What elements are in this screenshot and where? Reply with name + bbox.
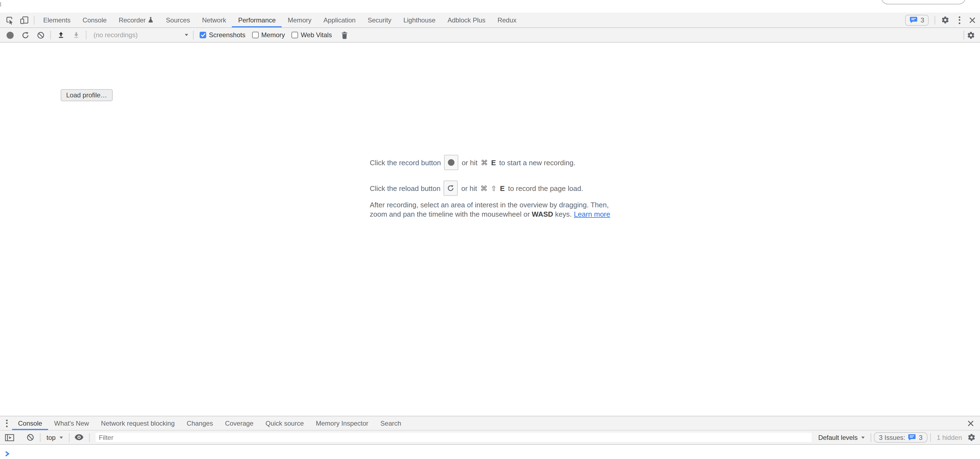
drawer-tab-search[interactable]: Search <box>374 416 407 430</box>
issues-bubble-icon <box>910 16 918 24</box>
tab-label: Performance <box>238 16 275 24</box>
key-e: E <box>500 184 505 192</box>
web-vitals-checkbox[interactable] <box>291 32 298 38</box>
tab-label: Coverage <box>225 419 253 427</box>
recordings-dropdown[interactable]: (no recordings) <box>89 30 190 40</box>
issues-count: 3 <box>921 16 924 24</box>
recordings-dropdown-value: (no recordings) <box>94 31 138 39</box>
learn-more-link[interactable]: Learn more <box>574 210 610 218</box>
wasd-keys: WASD <box>532 210 553 218</box>
levels-value: Default levels <box>818 434 858 441</box>
log-levels-dropdown[interactable]: Default levels <box>818 434 865 441</box>
tab-sources[interactable]: Sources <box>160 13 196 27</box>
checkbox-label: Screenshots <box>209 31 245 39</box>
hidden-messages-count: 1 hidden <box>937 434 962 441</box>
instruction-text: or hit <box>461 158 477 167</box>
device-toolbar-icon[interactable] <box>17 13 31 27</box>
chevron-down-icon <box>861 436 865 438</box>
console-settings-gear-icon[interactable] <box>967 433 975 441</box>
console-prompt-chevron <box>5 451 10 457</box>
tab-security[interactable]: Security <box>361 13 397 27</box>
drawer-tab-memory-inspector[interactable]: Memory Inspector <box>310 416 374 430</box>
tab-application[interactable]: Application <box>317 13 361 27</box>
performance-toolbar: (no recordings) Screenshots Memory Web V… <box>0 28 980 43</box>
save-profile-icon[interactable] <box>69 28 83 42</box>
divider <box>935 16 935 24</box>
drawer-tab-changes[interactable]: Changes <box>181 416 219 430</box>
tab-label: Redux <box>497 16 516 24</box>
tab-label: What's New <box>54 419 89 427</box>
record-button[interactable] <box>3 28 17 42</box>
memory-checkbox-row[interactable]: Memory <box>252 31 285 39</box>
tab-elements[interactable]: Elements <box>37 13 76 27</box>
tab-label: Sources <box>166 16 190 24</box>
tab-label: Memory <box>288 16 312 24</box>
capture-settings-gear-icon[interactable] <box>967 31 975 39</box>
tab-label: Network request blocking <box>101 419 175 427</box>
memory-checkbox[interactable] <box>252 32 258 38</box>
divider <box>86 30 86 39</box>
settings-gear-icon[interactable] <box>941 16 950 24</box>
divider <box>930 433 931 442</box>
clear-recording-icon[interactable] <box>33 28 48 42</box>
javascript-context-dropdown[interactable]: top <box>46 434 63 441</box>
drawer-tabbar: Console What's New Network request block… <box>0 416 980 430</box>
tab-redux[interactable]: Redux <box>492 13 522 27</box>
reload-icon <box>444 180 458 196</box>
drawer-tab-network-request-blocking[interactable]: Network request blocking <box>95 416 180 430</box>
show-console-sidebar-icon[interactable] <box>2 430 16 444</box>
drawer-tab-whats-new[interactable]: What's New <box>48 416 95 430</box>
paragraph-text: After recording, select an area of inter… <box>370 201 609 209</box>
web-vitals-checkbox-row[interactable]: Web Vitals <box>291 31 332 39</box>
drawer-tab-quick-source[interactable]: Quick source <box>259 416 310 430</box>
tab-recorder[interactable]: Recorder <box>113 13 160 27</box>
usage-paragraph: After recording, select an area of inter… <box>370 201 610 219</box>
issues-count: 3 <box>919 434 923 441</box>
console-prompt-area[interactable] <box>0 445 980 459</box>
tab-console[interactable]: Console <box>76 13 113 27</box>
context-value: top <box>46 434 56 441</box>
close-devtools-icon[interactable] <box>969 17 975 23</box>
drawer-tab-console[interactable]: Console <box>12 416 48 430</box>
main-tabbar: Elements Console Recorder Sources Networ… <box>0 13 980 28</box>
instruction-text: or hit <box>461 184 477 192</box>
live-expression-eye-icon[interactable] <box>72 430 86 444</box>
drawer-more-tabs-icon[interactable] <box>1 416 12 430</box>
tabbar-right-controls: 3 <box>905 13 980 27</box>
tab-memory[interactable]: Memory <box>282 13 317 27</box>
screenshots-checkbox-row[interactable]: Screenshots <box>200 31 245 39</box>
issues-label: 3 Issues: <box>879 434 905 441</box>
garbage-collect-icon[interactable] <box>337 28 352 42</box>
tooltip-text: Load profile… <box>66 91 107 99</box>
console-filter-input[interactable] <box>95 433 811 442</box>
chevron-down-icon <box>59 436 63 438</box>
load-profile-icon[interactable] <box>54 28 68 42</box>
tab-label: Memory Inspector <box>316 419 368 427</box>
close-drawer-icon[interactable] <box>964 416 978 430</box>
cmd-key-glyph: ⌘ <box>480 184 488 192</box>
tab-label: Search <box>380 419 401 427</box>
issues-bubble-icon <box>908 434 916 441</box>
experiment-flask-icon <box>148 16 154 24</box>
tab-lighthouse[interactable]: Lighthouse <box>397 13 441 27</box>
tab-label: Application <box>323 16 355 24</box>
tab-adblock-plus[interactable]: Adblock Plus <box>442 13 492 27</box>
inspect-element-icon[interactable] <box>3 13 17 27</box>
issues-counter-button[interactable]: 3 Issues: 3 <box>874 432 927 443</box>
shift-key-glyph: ⇧ <box>491 184 497 192</box>
tab-label: Changes <box>187 419 213 427</box>
tab-label: Console <box>18 419 42 427</box>
clear-console-icon[interactable] <box>23 430 37 444</box>
record-instruction-line: Click the record button or hit ⌘ E to st… <box>370 155 610 170</box>
tab-network[interactable]: Network <box>196 13 232 27</box>
drawer-tab-coverage[interactable]: Coverage <box>219 416 259 430</box>
more-options-menu-icon[interactable] <box>955 16 963 24</box>
key-e: E <box>491 158 496 167</box>
paragraph-text: keys. <box>555 210 572 218</box>
issues-counter-button[interactable]: 3 <box>905 14 929 26</box>
tab-performance[interactable]: Performance <box>232 13 282 27</box>
reload-and-record-button[interactable] <box>18 28 32 42</box>
tab-label: Lighthouse <box>403 16 435 24</box>
screenshots-checkbox[interactable] <box>200 32 206 38</box>
reload-instruction-line: Click the reload button or hit ⌘ ⇧ E to … <box>370 180 610 196</box>
